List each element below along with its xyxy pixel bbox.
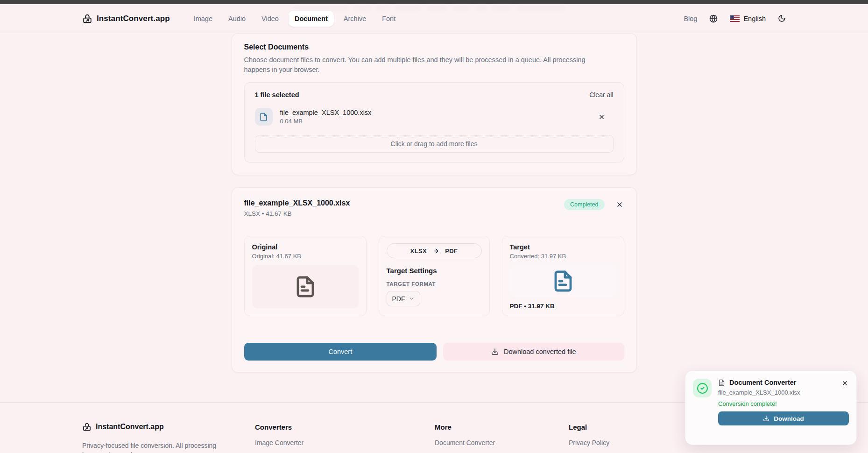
footer-link-image-converter[interactable]: Image Converter (255, 439, 435, 446)
brand[interactable]: InstantConvert.app (82, 14, 170, 24)
document-icon (718, 379, 725, 386)
target-format-select[interactable]: PDF (387, 291, 420, 306)
language-label: English (743, 15, 766, 22)
dark-mode-toggle[interactable] (778, 14, 786, 22)
file-type-chip (255, 108, 273, 126)
selected-file-name: file_example_XLSX_1000.xlsx (280, 109, 596, 116)
footer-column-more: More Document Converter (435, 422, 569, 453)
section-title: Select Documents (244, 43, 624, 51)
toast-status: Conversion complete! (718, 400, 849, 407)
target-preview (510, 265, 616, 297)
target-result-meta: PDF • 31.97 KB (510, 303, 616, 310)
file-icon (259, 113, 268, 121)
chevron-down-icon (409, 296, 415, 302)
target-format-value: PDF (392, 295, 405, 303)
footer-column-converters: Converters Image Converter (255, 422, 435, 453)
target-size: Converted: 31.97 KB (510, 253, 616, 260)
blog-link[interactable]: Blog (684, 15, 697, 22)
nav-item-font[interactable]: Font (376, 11, 402, 27)
original-title: Original (252, 243, 359, 251)
toast-close-button[interactable] (841, 380, 848, 387)
file-selection-box: 1 file selected Clear all file_example_X… (244, 82, 624, 163)
footer-brand-name: InstantConvert.app (96, 423, 164, 431)
conversion-file-meta: XLSX • 41.67 KB (244, 210, 350, 217)
toast-download-button[interactable]: Download (718, 411, 849, 425)
toast-title: Document Converter (729, 379, 796, 386)
brand-name: InstantConvert.app (97, 14, 170, 23)
format-mapping-pill: XLSX PDF (387, 243, 482, 258)
toast-file-name: file_example_XLSX_1000.xlsx (718, 389, 849, 396)
add-more-files-label: Click or drag to add more files (391, 140, 478, 148)
selected-file-row: file_example_XLSX_1000.xlsx 0.04 MB (255, 108, 614, 126)
arrow-right-icon (432, 248, 439, 255)
language-selector[interactable]: English (730, 15, 766, 22)
lock-convert-logo-icon (82, 14, 92, 24)
browser-top-strip (0, 0, 868, 4)
file-text-icon (294, 276, 317, 298)
globe-icon[interactable] (709, 14, 718, 23)
footer-brand-block: InstantConvert.app Privacy-focused file … (82, 422, 255, 453)
target-format-label: TARGET FORMAT (387, 281, 482, 287)
nav-item-video[interactable]: Video (255, 11, 285, 27)
toast-success-chip (693, 379, 712, 397)
conversion-file-name: file_example_XLSX_1000.xlsx (244, 199, 350, 207)
download-converted-button[interactable]: Download converted file (443, 343, 624, 361)
lock-convert-logo-icon (82, 422, 92, 432)
download-converted-label: Download converted file (504, 348, 576, 355)
main-nav: Image Audio Video Document Archive Font (188, 11, 402, 27)
close-conversion-button[interactable] (615, 200, 624, 209)
file-text-icon (552, 270, 574, 292)
convert-button[interactable]: Convert (244, 343, 437, 361)
original-size: Original: 41.67 KB (252, 253, 359, 260)
original-panel: Original Original: 41.67 KB (244, 236, 367, 316)
target-title: Target (510, 243, 616, 251)
target-settings-title: Target Settings (387, 267, 482, 275)
source-format: XLSX (410, 248, 427, 255)
us-flag-icon (730, 15, 740, 22)
page: InstantConvert.app Image Audio Video Doc… (0, 0, 868, 453)
nav-item-document[interactable]: Document (289, 11, 334, 27)
remove-file-button[interactable] (596, 112, 607, 122)
select-documents-card: Select Documents Choose document files t… (232, 33, 637, 175)
nav-item-archive[interactable]: Archive (338, 11, 372, 27)
footer-link-document-converter[interactable]: Document Converter (435, 439, 569, 446)
original-preview (252, 265, 359, 308)
footer-tagline: Privacy-focused file conversion. All pro… (82, 441, 225, 453)
nav-item-image[interactable]: Image (188, 11, 219, 27)
footer-column-title: More (435, 422, 569, 431)
circle-check-icon (697, 382, 708, 394)
download-icon (491, 348, 499, 355)
toast-download-label: Download (774, 415, 804, 422)
main-content: Select Documents Choose document files t… (232, 33, 637, 373)
nav-item-audio[interactable]: Audio (222, 11, 252, 27)
download-icon (763, 415, 769, 422)
clear-all-button[interactable]: Clear all (589, 91, 613, 99)
moon-icon (778, 14, 786, 22)
section-description: Choose document files to convert. You ca… (244, 55, 613, 75)
toast-notification: Document Converter file_example_XLSX_100… (685, 370, 857, 445)
footer-column-title: Converters (255, 422, 435, 431)
files-selected-count: 1 file selected (255, 91, 299, 99)
add-more-files-dropzone[interactable]: Click or drag to add more files (255, 135, 614, 153)
conversion-card: file_example_XLSX_1000.xlsx XLSX • 41.67… (232, 187, 637, 373)
selected-file-size: 0.04 MB (280, 118, 596, 125)
target-panel: Target Converted: 31.97 KB PDF • 31.97 K… (502, 236, 624, 316)
target-settings-panel: XLSX PDF Target Settings TARGET FORMAT P… (379, 236, 490, 316)
status-badge: Completed (564, 199, 604, 210)
dest-format: PDF (445, 248, 458, 255)
header: InstantConvert.app Image Audio Video Doc… (0, 4, 868, 33)
